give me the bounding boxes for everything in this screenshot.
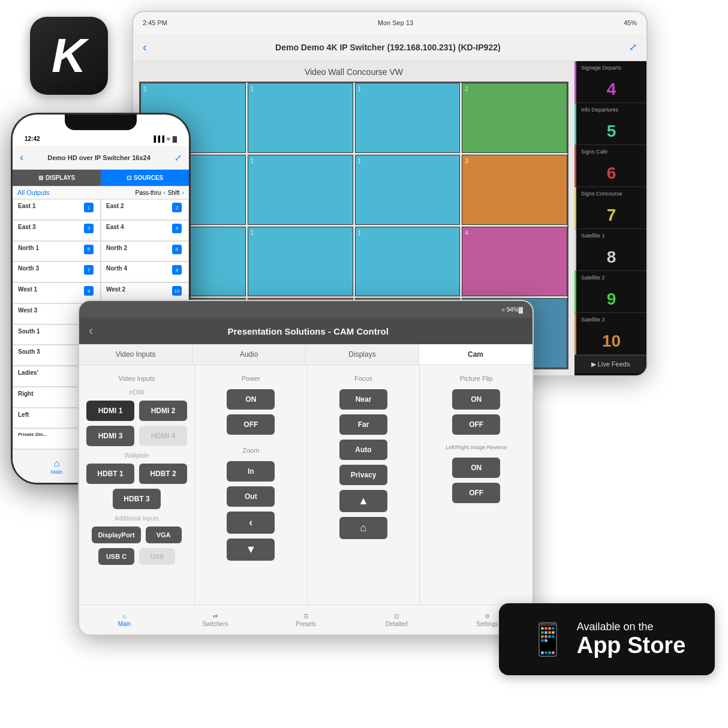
flip-off-button[interactable]: OFF	[452, 414, 500, 435]
cam-focus-section: Focus Near Far Auto Privacy ▲ ⌂	[308, 365, 420, 627]
appstore-name-text: App Store	[577, 633, 686, 658]
tab-audio[interactable]: Audio	[192, 344, 306, 365]
cam-up-button[interactable]: ▲	[339, 490, 387, 512]
tab-cam[interactable]: Cam	[419, 344, 533, 365]
list-item[interactable]: 7 North 3	[13, 261, 101, 282]
focus-auto-button[interactable]: Auto	[339, 440, 387, 460]
sidebar-label: Satellite 1	[581, 233, 642, 239]
flip-on-button[interactable]: ON	[452, 389, 500, 410]
hdmi4-button[interactable]: HDMI 4	[139, 426, 187, 446]
cam-left-button[interactable]: ‹	[227, 512, 275, 534]
power-on-button[interactable]: ON	[227, 389, 275, 410]
list-item[interactable]: 4 East 4	[101, 220, 189, 241]
cam-video-inputs-label: Video Inputs	[86, 375, 187, 382]
list-item[interactable]: 3 East 3	[13, 220, 101, 241]
tab-displays[interactable]: ⊞ DISPLAYS	[13, 170, 101, 186]
tab-displays[interactable]: Displays	[306, 344, 419, 365]
displayport-button[interactable]: DisplayPort	[92, 527, 140, 543]
focus-privacy-button[interactable]: Privacy	[339, 465, 387, 485]
vga-button[interactable]: VGA	[146, 527, 182, 543]
cam-flip-on-row: ON	[427, 389, 525, 410]
iphone-statusbar: 12:42 ▐▐▐ ≈ ▓	[13, 131, 189, 146]
iphone-share-icon[interactable]: ⤢	[175, 153, 182, 163]
focus-far-button[interactable]: Far	[339, 414, 387, 435]
cam-additional-label: Additional Inputs	[86, 515, 187, 522]
cam-flip-off-row: OFF	[427, 414, 525, 435]
table-row[interactable]: 1	[355, 227, 461, 297]
ipad-vw-back[interactable]: ‹	[143, 40, 147, 54]
ipad-vw-title: Demo Demo 4K IP Switcher (192.168.100.23…	[147, 43, 629, 52]
tab-video-inputs[interactable]: Video Inputs	[79, 344, 192, 365]
iphone-navbar: ‹ Demo HD over IP Switcher 16x24 ⤢	[13, 146, 189, 170]
list-item[interactable]: Satellite 3 10	[574, 313, 646, 355]
table-row[interactable]: 1	[355, 155, 461, 225]
cam-zoom-label: Zoom	[202, 447, 300, 454]
sidebar-num: 7	[581, 206, 642, 225]
ipad-vw-icon[interactable]: ⤢	[629, 41, 637, 53]
lr-off-button[interactable]: OFF	[452, 483, 500, 503]
cam-down-arrow-row: ▼	[202, 539, 300, 561]
iphone-notch	[65, 115, 137, 130]
cam-down-button[interactable]: ▼	[227, 539, 275, 561]
cam-home-button[interactable]: ⌂	[339, 517, 387, 539]
cam-lr-off-row: OFF	[427, 483, 525, 503]
list-item[interactable]: 1 East 1	[13, 199, 101, 220]
table-row[interactable]: 4	[462, 227, 567, 297]
hdmi1-button[interactable]: HDMI 1	[86, 401, 134, 421]
list-item[interactable]: Signs Cafe 6	[574, 145, 646, 187]
cam-left-arrow-row: ‹	[202, 512, 300, 534]
home-icon: ⌂	[54, 458, 60, 469]
cam-tab-detailed[interactable]: ⊡ Detailed	[351, 613, 442, 627]
cam-zoom-out-row: Out	[202, 486, 300, 507]
hdbt2-button[interactable]: HDBT 2	[139, 464, 187, 484]
table-row[interactable]: 2	[462, 83, 567, 153]
table-row[interactable]: 1	[355, 83, 461, 153]
hdbt1-button[interactable]: HDBT 1	[86, 464, 134, 484]
sidebar-num: 8	[581, 248, 642, 267]
cam-hdmi-label: HDMI	[86, 389, 187, 396]
power-off-button[interactable]: OFF	[227, 414, 275, 435]
cam-pictureflip-label: Picture Flip	[427, 375, 525, 382]
lr-on-button[interactable]: ON	[452, 458, 500, 478]
sidebar-label: Info Departures	[581, 107, 642, 113]
list-item[interactable]: 5 North 1	[13, 241, 101, 262]
list-item[interactable]: Signage Departs 4	[574, 61, 646, 103]
cam-tab-main[interactable]: ⌂ Main	[79, 613, 170, 627]
zoom-in-button[interactable]: In	[227, 461, 275, 482]
ipad-vw-date: Mon Sep 13	[378, 19, 413, 26]
list-item[interactable]: 8 North 4	[101, 261, 189, 282]
table-row[interactable]: 1	[248, 155, 353, 225]
cam-navbar-title: Presentation Solutions - CAM Control	[93, 326, 523, 336]
list-item[interactable]: 2 East 2	[101, 199, 189, 220]
list-item[interactable]: 6 North 2	[101, 241, 189, 262]
passthru-control[interactable]: Pass-thru ‹ Shift ›	[136, 189, 185, 196]
ipad-vw-sidebar: Signage Departs 4 Info Departures 5 Sign…	[574, 61, 646, 375]
hdmi2-button[interactable]: HDMI 2	[139, 401, 187, 421]
appstore-badge[interactable]: 📱 Available on the App Store	[499, 603, 715, 675]
focus-near-button[interactable]: Near	[339, 389, 387, 410]
sidebar-label: Satellite 3	[581, 317, 642, 323]
cam-tab-switchers[interactable]: ⇄ Switchers	[170, 613, 260, 627]
table-row[interactable]: 3	[462, 155, 567, 225]
sidebar-num: 4	[581, 80, 642, 99]
list-item[interactable]: Info Departures 5	[574, 103, 646, 145]
cam-presets-icon: ☰	[303, 613, 309, 619]
usb-button[interactable]: USB	[139, 548, 175, 565]
sidebar-num: 6	[581, 164, 642, 183]
hdbt3-button[interactable]: HDBT 3	[113, 489, 161, 509]
list-item[interactable]: Satellite 1 8	[574, 229, 646, 271]
list-item[interactable]: Signs Concourse 7	[574, 187, 646, 229]
zoom-out-button[interactable]: Out	[227, 486, 275, 507]
live-feeds-button[interactable]: ▶ Live Feeds	[574, 355, 646, 373]
table-row[interactable]: 1	[248, 227, 353, 297]
table-row[interactable]: 1	[248, 83, 353, 153]
hdmi3-button[interactable]: HDMI 3	[86, 426, 134, 446]
cam-tab-presets[interactable]: ☰ Presets	[260, 613, 351, 627]
all-outputs-label[interactable]: All Outputs	[17, 189, 50, 196]
cam-back[interactable]: ‹	[89, 323, 93, 339]
tab-sources[interactable]: ⊡ SOURCES	[101, 170, 189, 186]
ipad-cam-tabbar: ⌂ Main ⇄ Switchers ☰ Presets ⊡ Detailed …	[79, 604, 533, 634]
list-item[interactable]: Satellite 2 9	[574, 271, 646, 313]
ipad-vw-navbar: ‹ Demo Demo 4K IP Switcher (192.168.100.…	[133, 34, 646, 61]
usbc-button[interactable]: USB C	[98, 548, 134, 565]
